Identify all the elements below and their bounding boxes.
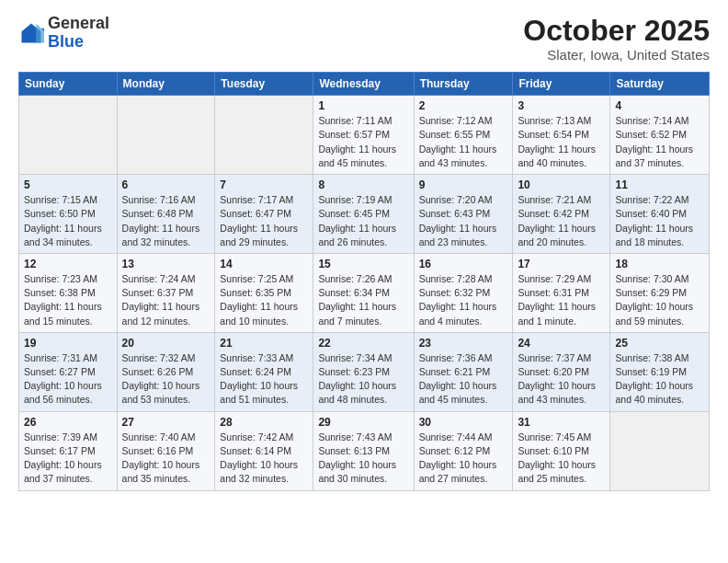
- day-info: Sunrise: 7:16 AM Sunset: 6:48 PM Dayligh…: [122, 193, 210, 249]
- day-number: 29: [318, 416, 408, 429]
- day-info: Sunrise: 7:38 AM Sunset: 6:19 PM Dayligh…: [615, 351, 704, 408]
- week-row-1: 1Sunrise: 7:11 AM Sunset: 6:57 PM Daylig…: [19, 96, 710, 175]
- calendar-table: SundayMondayTuesdayWednesdayThursdayFrid…: [18, 72, 710, 490]
- day-number: 27: [122, 416, 210, 429]
- day-number: 30: [419, 416, 508, 429]
- day-info: Sunrise: 7:44 AM Sunset: 6:12 PM Dayligh…: [419, 431, 508, 487]
- title-block: October 2025 Slater, Iowa, United States: [523, 15, 710, 63]
- day-number: 17: [518, 258, 605, 270]
- day-info: Sunrise: 7:36 AM Sunset: 6:21 PM Dayligh…: [419, 351, 508, 408]
- day-number: 2: [419, 99, 508, 112]
- day-cell: 31Sunrise: 7:45 AM Sunset: 6:10 PM Dayli…: [513, 411, 610, 490]
- day-info: Sunrise: 7:32 AM Sunset: 6:26 PM Dayligh…: [122, 351, 210, 408]
- day-cell: [117, 96, 215, 175]
- day-info: Sunrise: 7:22 AM Sunset: 6:40 PM Dayligh…: [615, 193, 704, 249]
- day-number: 10: [518, 178, 605, 191]
- day-info: Sunrise: 7:42 AM Sunset: 6:14 PM Dayligh…: [220, 431, 308, 487]
- day-cell: 19Sunrise: 7:31 AM Sunset: 6:27 PM Dayli…: [19, 332, 118, 411]
- day-number: 18: [615, 258, 704, 270]
- day-number: 5: [24, 178, 112, 191]
- col-header-saturday: Saturday: [610, 73, 710, 96]
- day-cell: 15Sunrise: 7:26 AM Sunset: 6:34 PM Dayli…: [313, 253, 414, 332]
- day-cell: 26Sunrise: 7:39 AM Sunset: 6:17 PM Dayli…: [19, 411, 118, 490]
- week-row-5: 26Sunrise: 7:39 AM Sunset: 6:17 PM Dayli…: [19, 411, 710, 490]
- day-cell: 6Sunrise: 7:16 AM Sunset: 6:48 PM Daylig…: [117, 175, 215, 254]
- day-info: Sunrise: 7:24 AM Sunset: 6:37 PM Dayligh…: [122, 272, 210, 328]
- day-info: Sunrise: 7:45 AM Sunset: 6:10 PM Dayligh…: [518, 431, 605, 487]
- col-header-friday: Friday: [513, 73, 610, 96]
- col-header-thursday: Thursday: [414, 73, 513, 96]
- day-info: Sunrise: 7:37 AM Sunset: 6:20 PM Dayligh…: [518, 351, 605, 408]
- day-number: 3: [518, 99, 605, 112]
- day-cell: 4Sunrise: 7:14 AM Sunset: 6:52 PM Daylig…: [610, 96, 710, 175]
- day-info: Sunrise: 7:30 AM Sunset: 6:29 PM Dayligh…: [615, 272, 704, 328]
- week-row-4: 19Sunrise: 7:31 AM Sunset: 6:27 PM Dayli…: [19, 332, 710, 411]
- day-info: Sunrise: 7:15 AM Sunset: 6:50 PM Dayligh…: [24, 193, 112, 249]
- day-number: 8: [318, 178, 408, 191]
- day-info: Sunrise: 7:40 AM Sunset: 6:16 PM Dayligh…: [122, 431, 210, 487]
- day-cell: 3Sunrise: 7:13 AM Sunset: 6:54 PM Daylig…: [513, 96, 610, 175]
- day-cell: [19, 96, 118, 175]
- logo-blue: Blue: [48, 32, 84, 51]
- day-cell: 2Sunrise: 7:12 AM Sunset: 6:55 PM Daylig…: [414, 96, 513, 175]
- logo-icon: [18, 20, 44, 46]
- day-number: 24: [518, 337, 605, 350]
- day-number: 19: [24, 337, 112, 350]
- day-number: 31: [518, 416, 605, 429]
- day-number: 11: [615, 178, 704, 191]
- page: General Blue October 2025 Slater, Iowa, …: [0, 0, 728, 563]
- day-number: 13: [122, 258, 210, 270]
- logo-general: General: [48, 14, 109, 32]
- day-number: 25: [615, 337, 704, 350]
- day-number: 4: [615, 99, 704, 112]
- day-cell: 16Sunrise: 7:28 AM Sunset: 6:32 PM Dayli…: [414, 253, 513, 332]
- day-number: 16: [419, 258, 508, 270]
- col-header-sunday: Sunday: [19, 73, 118, 96]
- day-number: 12: [24, 258, 112, 270]
- day-cell: 25Sunrise: 7:38 AM Sunset: 6:19 PM Dayli…: [610, 332, 710, 411]
- day-info: Sunrise: 7:11 AM Sunset: 6:57 PM Dayligh…: [318, 114, 408, 170]
- logo-text: General Blue: [48, 15, 109, 52]
- day-cell: 30Sunrise: 7:44 AM Sunset: 6:12 PM Dayli…: [414, 411, 513, 490]
- day-cell: 11Sunrise: 7:22 AM Sunset: 6:40 PM Dayli…: [610, 175, 710, 254]
- day-info: Sunrise: 7:28 AM Sunset: 6:32 PM Dayligh…: [419, 272, 508, 328]
- col-header-wednesday: Wednesday: [313, 73, 414, 96]
- day-number: 21: [220, 337, 308, 350]
- day-number: 7: [220, 178, 308, 191]
- day-cell: 8Sunrise: 7:19 AM Sunset: 6:45 PM Daylig…: [313, 175, 414, 254]
- day-number: 23: [419, 337, 508, 350]
- day-cell: 7Sunrise: 7:17 AM Sunset: 6:47 PM Daylig…: [215, 175, 313, 254]
- day-cell: 17Sunrise: 7:29 AM Sunset: 6:31 PM Dayli…: [513, 253, 610, 332]
- day-number: 22: [318, 337, 408, 350]
- day-number: 9: [419, 178, 508, 191]
- day-info: Sunrise: 7:33 AM Sunset: 6:24 PM Dayligh…: [220, 351, 308, 408]
- day-cell: 1Sunrise: 7:11 AM Sunset: 6:57 PM Daylig…: [313, 96, 414, 175]
- calendar-header: SundayMondayTuesdayWednesdayThursdayFrid…: [19, 73, 710, 96]
- day-number: 28: [220, 416, 308, 429]
- day-info: Sunrise: 7:21 AM Sunset: 6:42 PM Dayligh…: [518, 193, 605, 249]
- calendar-title: October 2025: [523, 15, 710, 47]
- calendar-body: 1Sunrise: 7:11 AM Sunset: 6:57 PM Daylig…: [19, 96, 710, 490]
- day-info: Sunrise: 7:12 AM Sunset: 6:55 PM Dayligh…: [419, 114, 508, 170]
- day-cell: 18Sunrise: 7:30 AM Sunset: 6:29 PM Dayli…: [610, 253, 710, 332]
- day-cell: 29Sunrise: 7:43 AM Sunset: 6:13 PM Dayli…: [313, 411, 414, 490]
- day-number: 6: [122, 178, 210, 191]
- svg-marker-1: [36, 23, 44, 42]
- day-cell: 12Sunrise: 7:23 AM Sunset: 6:38 PM Dayli…: [19, 253, 118, 332]
- day-info: Sunrise: 7:26 AM Sunset: 6:34 PM Dayligh…: [318, 272, 408, 328]
- day-cell: 10Sunrise: 7:21 AM Sunset: 6:42 PM Dayli…: [513, 175, 610, 254]
- day-number: 20: [122, 337, 210, 350]
- day-cell: 13Sunrise: 7:24 AM Sunset: 6:37 PM Dayli…: [117, 253, 215, 332]
- day-cell: 27Sunrise: 7:40 AM Sunset: 6:16 PM Dayli…: [117, 411, 215, 490]
- day-info: Sunrise: 7:39 AM Sunset: 6:17 PM Dayligh…: [24, 431, 112, 487]
- logo: General Blue: [18, 15, 109, 52]
- day-info: Sunrise: 7:25 AM Sunset: 6:35 PM Dayligh…: [220, 272, 308, 328]
- day-cell: 22Sunrise: 7:34 AM Sunset: 6:23 PM Dayli…: [313, 332, 414, 411]
- day-cell: 20Sunrise: 7:32 AM Sunset: 6:26 PM Dayli…: [117, 332, 215, 411]
- day-info: Sunrise: 7:23 AM Sunset: 6:38 PM Dayligh…: [24, 272, 112, 328]
- header: General Blue October 2025 Slater, Iowa, …: [18, 15, 710, 63]
- day-cell: 5Sunrise: 7:15 AM Sunset: 6:50 PM Daylig…: [19, 175, 118, 254]
- day-info: Sunrise: 7:20 AM Sunset: 6:43 PM Dayligh…: [419, 193, 508, 249]
- day-cell: 28Sunrise: 7:42 AM Sunset: 6:14 PM Dayli…: [215, 411, 313, 490]
- day-number: 14: [220, 258, 308, 270]
